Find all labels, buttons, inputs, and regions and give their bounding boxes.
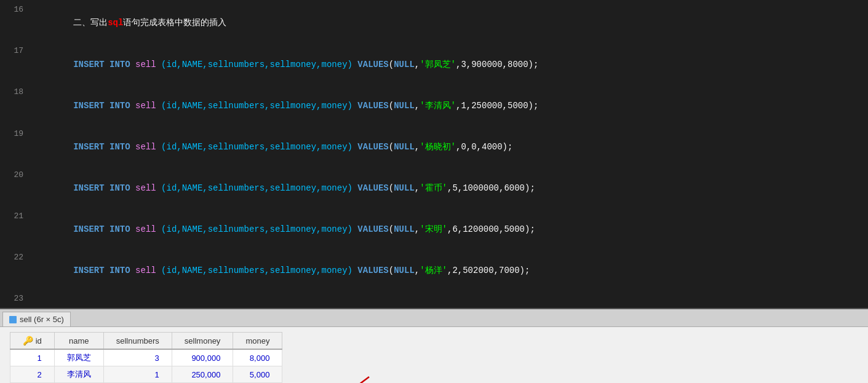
line-21-content: INSERT INTO sell (id,NAME,sellnumbers,se… [32,209,535,250]
values-22: ( [389,266,394,275]
cols-20: (id,NAME,sellnumbers,sellmoney,money) [161,183,352,193]
table-18: sell [135,101,156,111]
code-line-19: 19 INSERT INTO sell (id,NAME,sellnumbers… [0,127,868,168]
values-kw-18: VALUES [357,101,388,111]
code-editor: 16 二、写出sql语句完成表格中数据的插入 17 INSERT INTO se… [0,0,868,309]
col-header-sellmoney: sellmoney [172,333,233,350]
line-17-content: INSERT INTO sell (id,NAME,sellnumbers,se… [32,44,538,85]
cols-21: (id,NAME,sellnumbers,sellmoney,money) [161,224,352,234]
cell-id: 2 [10,366,55,383]
cell-money: 8,000 [233,349,282,366]
table-19: sell [135,142,156,152]
code-line-23: 23 [0,291,868,306]
line-23-content [32,291,37,305]
cell-id: 1 [10,349,55,366]
str-18: '李清风' [420,101,456,111]
str-22: '杨洋' [420,266,447,275]
cell-sellmoney: 900,000 [172,349,233,366]
into-kw-20: INTO [109,183,130,193]
result-section: sell (6r × 5c) 🔑 id name sellnumbers sel… [0,309,868,383]
line-18-content: INSERT INTO sell (id,NAME,sellnumbers,se… [32,85,538,126]
line-num-16: 16 [5,4,23,17]
key-icon: 🔑 [23,336,33,345]
line-19-content: INSERT INTO sell (id,NAME,sellnumbers,se… [32,127,512,168]
line-22-content: INSERT INTO sell (id,NAME,sellnumbers,se… [32,250,530,291]
code-line-21: 21 INSERT INTO sell (id,NAME,sellnumbers… [0,209,868,250]
into-kw-18: INTO [109,101,130,111]
str-21: '宋明' [420,224,447,234]
cols-22: (id,NAME,sellnumbers,sellmoney,money) [161,266,352,275]
code-line-20: 20 INSERT INTO sell (id,NAME,sellnumbers… [0,168,868,209]
sql-keyword: sql [108,18,123,28]
cell-name: 李清风 [54,366,103,383]
values-kw-22: VALUES [357,266,388,275]
app-container: 16 二、写出sql语句完成表格中数据的插入 17 INSERT INTO se… [0,0,868,383]
values-19: ( [389,142,394,152]
null-19: NULL [394,142,415,152]
insert-kw-19: INSERT [73,142,104,152]
col-header-sellnumbers: sellnumbers [103,333,172,350]
values-21: ( [389,224,394,234]
values-18: ( [389,101,394,111]
str-20: '霍币' [420,183,447,193]
col-header-name: name [54,333,103,350]
str-19: '杨晓初' [420,142,456,152]
into-kw-22: INTO [109,266,130,275]
result-tab[interactable]: sell (6r × 5c) [2,312,71,326]
into-kw-19: INTO [109,142,130,152]
null-18: NULL [394,101,415,111]
null-21: NULL [394,224,415,234]
line-num-19: 19 [5,128,23,141]
insert-kw-20: INSERT [73,183,104,193]
insert-kw-21: INSERT [73,224,104,234]
line-num-18: 18 [5,86,23,99]
into-kw-21: INTO [109,224,130,234]
line-num-23: 23 [5,293,23,306]
heading-prefix: 二、写出 [73,18,108,28]
line-16-content: 二、写出sql语句完成表格中数据的插入 [32,2,226,44]
line-num-21: 21 [5,210,23,223]
cell-sellmoney: 250,000 [172,366,233,383]
tab-label: sell (6r × 5c) [20,315,64,324]
code-line-18: 18 INSERT INTO sell (id,NAME,sellnumbers… [0,85,868,126]
insert-kw-22: INSERT [73,266,104,275]
values-kw-17: VALUES [357,60,388,69]
cols-18: (id,NAME,sellnumbers,sellmoney,money) [161,101,352,111]
values-kw-20: VALUES [357,183,388,193]
cell-name: 郭凤芝 [54,349,103,366]
cols-19: (id,NAME,sellnumbers,sellmoney,money) [161,142,352,152]
code-line-22: 22 INSERT INTO sell (id,NAME,sellnumbers… [0,250,868,291]
line-num-22: 22 [5,251,23,264]
into-kw-17: INTO [109,60,130,69]
values-kw-21: VALUES [357,224,388,234]
data-table-container: 🔑 id name sellnumbers sellmoney money 1郭… [0,327,868,383]
cell-money: 5,000 [233,366,282,383]
table-row: 2李清风1250,0005,000 [10,366,282,383]
table-17: sell [135,60,156,69]
table-header-row: 🔑 id name sellnumbers sellmoney money [10,333,282,350]
table-22: sell [135,266,156,275]
heading-suffix: 语句完成表格中数据的插入 [123,18,226,28]
cols-17: (id,NAME,sellnumbers,sellmoney,money) [161,60,352,69]
values-17: ( [389,60,394,69]
line-num-20: 20 [5,169,23,182]
insert-kw-18: INSERT [73,101,104,111]
values-kw-19: VALUES [357,142,388,152]
col-header-money: money [233,333,282,350]
str-17: '郭凤芝' [420,60,456,69]
values-20: ( [389,183,394,193]
tab-bar: sell (6r × 5c) [0,309,868,327]
data-table: 🔑 id name sellnumbers sellmoney money 1郭… [10,332,282,383]
line-20-content: INSERT INTO sell (id,NAME,sellnumbers,se… [32,168,535,209]
insert-kw-17: INSERT [73,60,104,69]
cell-sellnumbers: 1 [103,366,172,383]
table-row: 1郭凤芝3900,0008,000 [10,349,282,366]
table-icon [9,316,17,323]
code-line-17: 17 INSERT INTO sell (id,NAME,sellnumbers… [0,44,868,85]
null-22: NULL [394,266,415,275]
null-17: NULL [394,60,415,69]
col-header-id: 🔑 id [10,333,55,350]
cell-sellnumbers: 3 [103,349,172,366]
line-num-17: 17 [5,45,23,58]
null-20: NULL [394,183,415,193]
